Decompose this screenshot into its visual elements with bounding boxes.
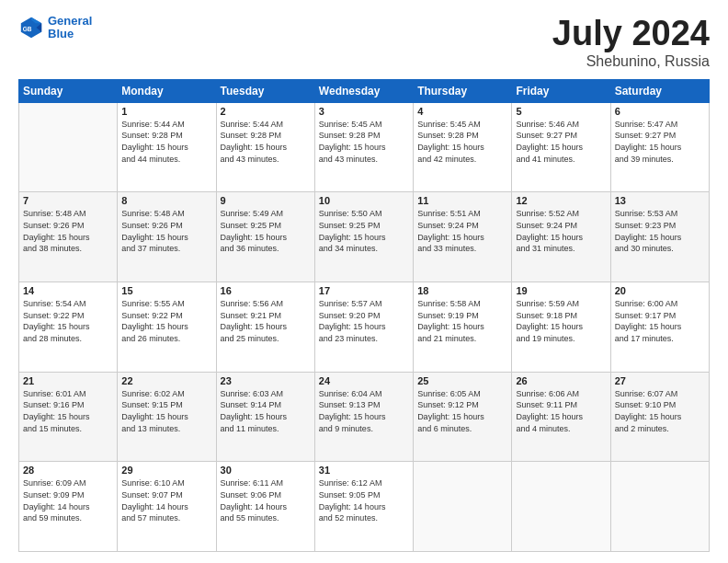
day-info: Sunrise: 5:44 AM Sunset: 9:28 PM Dayligh…	[221, 119, 311, 165]
day-info: Sunrise: 6:11 AM Sunset: 9:06 PM Dayligh…	[221, 477, 311, 523]
day-number: 20	[615, 285, 705, 296]
day-info: Sunrise: 5:48 AM Sunset: 9:26 PM Dayligh…	[121, 208, 211, 254]
table-row: 29Sunrise: 6:10 AM Sunset: 9:07 PM Dayli…	[118, 462, 216, 552]
day-number: 21	[23, 375, 113, 386]
table-row: 3Sunrise: 5:45 AM Sunset: 9:28 PM Daylig…	[314, 102, 413, 192]
day-info: Sunrise: 5:45 AM Sunset: 9:28 PM Dayligh…	[417, 119, 507, 165]
day-number: 25	[417, 375, 507, 386]
table-row: 24Sunrise: 6:04 AM Sunset: 9:13 PM Dayli…	[314, 372, 413, 462]
day-number: 24	[319, 375, 409, 386]
day-number: 6	[615, 106, 705, 117]
day-number: 18	[417, 285, 507, 296]
calendar-table: Sunday Monday Tuesday Wednesday Thursday…	[18, 79, 710, 552]
day-info: Sunrise: 5:48 AM Sunset: 9:26 PM Dayligh…	[23, 208, 113, 254]
table-row: 25Sunrise: 6:05 AM Sunset: 9:12 PM Dayli…	[414, 372, 512, 462]
day-number: 11	[417, 195, 507, 206]
table-row: 5Sunrise: 5:46 AM Sunset: 9:27 PM Daylig…	[512, 102, 610, 192]
table-row: 15Sunrise: 5:55 AM Sunset: 9:22 PM Dayli…	[118, 282, 216, 373]
subtitle: Shebunino, Russia	[552, 53, 710, 70]
table-row: 20Sunrise: 6:00 AM Sunset: 9:17 PM Dayli…	[610, 282, 709, 373]
day-number: 23	[221, 375, 311, 386]
day-number: 28	[23, 465, 113, 476]
day-number: 19	[516, 285, 606, 296]
day-number: 22	[121, 375, 211, 386]
day-info: Sunrise: 5:52 AM Sunset: 9:24 PM Dayligh…	[516, 208, 606, 254]
table-row: 19Sunrise: 5:59 AM Sunset: 9:18 PM Dayli…	[512, 282, 610, 373]
table-row: 18Sunrise: 5:58 AM Sunset: 9:19 PM Dayli…	[414, 282, 512, 373]
day-info: Sunrise: 5:44 AM Sunset: 9:28 PM Dayligh…	[121, 119, 211, 165]
table-row: 9Sunrise: 5:49 AM Sunset: 9:25 PM Daylig…	[216, 192, 314, 282]
day-info: Sunrise: 6:07 AM Sunset: 9:10 PM Dayligh…	[615, 388, 705, 434]
day-number: 7	[23, 195, 113, 206]
day-info: Sunrise: 5:58 AM Sunset: 9:19 PM Dayligh…	[417, 298, 507, 344]
day-info: Sunrise: 5:59 AM Sunset: 9:18 PM Dayligh…	[516, 298, 606, 344]
table-row: 23Sunrise: 6:03 AM Sunset: 9:14 PM Dayli…	[216, 372, 314, 462]
day-number: 13	[615, 195, 705, 206]
day-info: Sunrise: 6:01 AM Sunset: 9:16 PM Dayligh…	[23, 388, 113, 434]
col-saturday: Saturday	[610, 79, 709, 102]
table-row: 26Sunrise: 6:06 AM Sunset: 9:11 PM Dayli…	[512, 372, 610, 462]
table-row: 14Sunrise: 5:54 AM Sunset: 9:22 PM Dayli…	[19, 282, 118, 373]
day-number: 10	[319, 195, 409, 206]
calendar-week-row: 28Sunrise: 6:09 AM Sunset: 9:09 PM Dayli…	[19, 462, 710, 552]
day-info: Sunrise: 5:49 AM Sunset: 9:25 PM Dayligh…	[221, 208, 311, 254]
calendar-header-row: Sunday Monday Tuesday Wednesday Thursday…	[19, 79, 710, 102]
day-number: 5	[516, 106, 606, 117]
day-number: 15	[121, 285, 211, 296]
day-info: Sunrise: 6:10 AM Sunset: 9:07 PM Dayligh…	[121, 477, 211, 523]
table-row: 27Sunrise: 6:07 AM Sunset: 9:10 PM Dayli…	[610, 372, 709, 462]
main-title: July 2024	[552, 15, 710, 53]
title-block: July 2024 Shebunino, Russia	[552, 15, 710, 70]
table-row: 30Sunrise: 6:11 AM Sunset: 9:06 PM Dayli…	[216, 462, 314, 552]
day-number: 3	[319, 106, 409, 117]
day-info: Sunrise: 5:51 AM Sunset: 9:24 PM Dayligh…	[417, 208, 507, 254]
logo-text: General Blue	[48, 15, 92, 41]
day-number: 1	[121, 106, 211, 117]
table-row: 8Sunrise: 5:48 AM Sunset: 9:26 PM Daylig…	[118, 192, 216, 282]
logo: GB General Blue	[18, 15, 92, 41]
day-info: Sunrise: 6:04 AM Sunset: 9:13 PM Dayligh…	[319, 388, 409, 434]
calendar-week-row: 14Sunrise: 5:54 AM Sunset: 9:22 PM Dayli…	[19, 282, 710, 373]
svg-text:GB: GB	[23, 26, 32, 32]
day-info: Sunrise: 5:46 AM Sunset: 9:27 PM Dayligh…	[516, 119, 606, 165]
day-number: 29	[121, 465, 211, 476]
col-monday: Monday	[118, 79, 216, 102]
day-number: 8	[121, 195, 211, 206]
table-row	[512, 462, 610, 552]
table-row: 1Sunrise: 5:44 AM Sunset: 9:28 PM Daylig…	[118, 102, 216, 192]
table-row: 21Sunrise: 6:01 AM Sunset: 9:16 PM Dayli…	[19, 372, 118, 462]
day-info: Sunrise: 6:03 AM Sunset: 9:14 PM Dayligh…	[221, 388, 311, 434]
day-number: 2	[221, 106, 311, 117]
day-number: 27	[615, 375, 705, 386]
table-row: 12Sunrise: 5:52 AM Sunset: 9:24 PM Dayli…	[512, 192, 610, 282]
table-row: 2Sunrise: 5:44 AM Sunset: 9:28 PM Daylig…	[216, 102, 314, 192]
table-row: 31Sunrise: 6:12 AM Sunset: 9:05 PM Dayli…	[314, 462, 413, 552]
day-number: 31	[319, 465, 409, 476]
day-info: Sunrise: 5:54 AM Sunset: 9:22 PM Dayligh…	[23, 298, 113, 344]
calendar-week-row: 1Sunrise: 5:44 AM Sunset: 9:28 PM Daylig…	[19, 102, 710, 192]
day-number: 12	[516, 195, 606, 206]
col-wednesday: Wednesday	[314, 79, 413, 102]
day-number: 30	[221, 465, 311, 476]
col-friday: Friday	[512, 79, 610, 102]
table-row: 28Sunrise: 6:09 AM Sunset: 9:09 PM Dayli…	[19, 462, 118, 552]
day-number: 14	[23, 285, 113, 296]
table-row: 7Sunrise: 5:48 AM Sunset: 9:26 PM Daylig…	[19, 192, 118, 282]
day-info: Sunrise: 6:05 AM Sunset: 9:12 PM Dayligh…	[417, 388, 507, 434]
day-info: Sunrise: 6:02 AM Sunset: 9:15 PM Dayligh…	[121, 388, 211, 434]
calendar-week-row: 7Sunrise: 5:48 AM Sunset: 9:26 PM Daylig…	[19, 192, 710, 282]
day-info: Sunrise: 5:57 AM Sunset: 9:20 PM Dayligh…	[319, 298, 409, 344]
day-info: Sunrise: 5:55 AM Sunset: 9:22 PM Dayligh…	[121, 298, 211, 344]
day-info: Sunrise: 6:06 AM Sunset: 9:11 PM Dayligh…	[516, 388, 606, 434]
table-row: 4Sunrise: 5:45 AM Sunset: 9:28 PM Daylig…	[414, 102, 512, 192]
table-row: 16Sunrise: 5:56 AM Sunset: 9:21 PM Dayli…	[216, 282, 314, 373]
table-row	[19, 102, 118, 192]
day-info: Sunrise: 5:56 AM Sunset: 9:21 PM Dayligh…	[221, 298, 311, 344]
day-number: 17	[319, 285, 409, 296]
day-info: Sunrise: 5:50 AM Sunset: 9:25 PM Dayligh…	[319, 208, 409, 254]
table-row: 10Sunrise: 5:50 AM Sunset: 9:25 PM Dayli…	[314, 192, 413, 282]
day-number: 26	[516, 375, 606, 386]
day-number: 4	[417, 106, 507, 117]
table-row: 17Sunrise: 5:57 AM Sunset: 9:20 PM Dayli…	[314, 282, 413, 373]
table-row: 13Sunrise: 5:53 AM Sunset: 9:23 PM Dayli…	[610, 192, 709, 282]
